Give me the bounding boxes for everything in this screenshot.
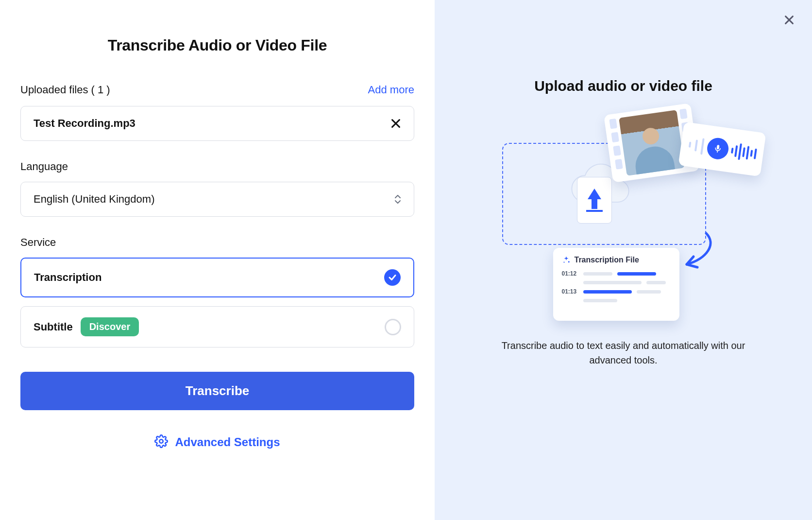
service-option-subtitle[interactable]: Subtitle Discover (20, 306, 414, 347)
service-option-transcription[interactable]: Transcription (20, 258, 414, 297)
transcript-card-title: Transcription File (575, 256, 639, 264)
uploaded-file-name: Test Recording.mp3 (34, 117, 135, 130)
sparkle-icon (562, 256, 571, 264)
service-label: Service (20, 236, 414, 249)
advanced-settings-link[interactable]: Advanced Settings (20, 434, 414, 450)
curly-arrow-icon (672, 230, 721, 279)
gear-icon (154, 434, 168, 450)
info-panel: Upload audio or video file (435, 0, 812, 520)
illustration: Transcription File 01:12 01:13 (488, 114, 760, 328)
page-title: Transcribe Audio or Video File (20, 36, 414, 54)
info-title: Upload audio or video file (454, 78, 793, 94)
info-description: Transcribe audio to text easily and auto… (488, 338, 760, 367)
mic-icon (706, 137, 730, 161)
upload-underline-icon (586, 210, 603, 212)
close-icon (784, 15, 795, 25)
add-more-link[interactable]: Add more (368, 84, 414, 96)
uploaded-header: Uploaded files ( 1 ) Add more (20, 84, 414, 96)
remove-file-icon[interactable] (390, 118, 401, 129)
chevron-up-down-icon (394, 194, 401, 204)
transcribe-button[interactable]: Transcribe (20, 372, 414, 410)
advanced-settings-label: Advanced Settings (175, 435, 280, 449)
transcript-ts-1: 01:12 (562, 270, 578, 277)
close-button[interactable] (784, 15, 795, 25)
transcript-ts-2: 01:13 (562, 288, 578, 295)
service-transcription-name: Transcription (34, 271, 102, 284)
video-thumbnail-icon (619, 110, 685, 176)
uploaded-files-label: Uploaded files ( 1 ) (20, 84, 110, 96)
radio-selected-icon (384, 269, 401, 286)
language-label: Language (20, 160, 414, 173)
svg-point-3 (568, 261, 569, 262)
form-panel: Transcribe Audio or Video File Uploaded … (0, 0, 435, 520)
svg-point-0 (160, 439, 163, 443)
svg-rect-1 (716, 145, 719, 150)
uploaded-file-chip: Test Recording.mp3 (20, 106, 414, 141)
service-subtitle-name: Subtitle (34, 321, 73, 333)
language-value: English (United Kingdom) (34, 193, 154, 206)
up-arrow-icon (588, 189, 601, 199)
svg-point-4 (563, 261, 564, 262)
language-select[interactable]: English (United Kingdom) (20, 182, 414, 217)
discover-badge: Discover (81, 317, 139, 336)
transcript-card-icon: Transcription File 01:12 01:13 (553, 248, 679, 321)
upload-card-icon (577, 177, 612, 224)
radio-unselected-icon (385, 319, 401, 335)
